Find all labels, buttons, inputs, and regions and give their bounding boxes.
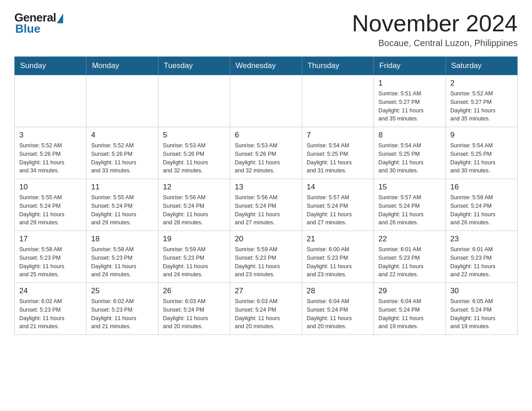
calendar-cell: 26Sunrise: 6:03 AMSunset: 5:24 PMDayligh…: [158, 283, 230, 335]
calendar-cell: 23Sunrise: 6:01 AMSunset: 5:23 PMDayligh…: [446, 231, 517, 283]
day-number: 1: [378, 79, 441, 88]
header-row: Sunday Monday Tuesday Wednesday Thursday…: [15, 57, 518, 75]
header-tuesday: Tuesday: [158, 57, 230, 75]
day-number: 2: [450, 79, 513, 88]
day-info: Sunrise: 5:54 AMSunset: 5:25 PMDaylight:…: [307, 141, 369, 175]
day-info: Sunrise: 5:55 AMSunset: 5:24 PMDaylight:…: [19, 193, 82, 227]
calendar-cell: 1Sunrise: 5:51 AMSunset: 5:27 PMDaylight…: [374, 75, 446, 127]
day-info: Sunrise: 5:54 AMSunset: 5:25 PMDaylight:…: [450, 141, 513, 175]
calendar-cell: 11Sunrise: 5:55 AMSunset: 5:24 PMDayligh…: [86, 179, 158, 231]
calendar-cell: 16Sunrise: 5:58 AMSunset: 5:24 PMDayligh…: [446, 179, 517, 231]
calendar-cell: 22Sunrise: 6:01 AMSunset: 5:23 PMDayligh…: [374, 231, 446, 283]
day-info: Sunrise: 5:53 AMSunset: 5:26 PMDaylight:…: [235, 141, 297, 175]
calendar-cell: [15, 75, 86, 127]
day-number: 15: [378, 183, 441, 192]
calendar-cell: 24Sunrise: 6:02 AMSunset: 5:23 PMDayligh…: [15, 283, 86, 335]
calendar-cell: 9Sunrise: 5:54 AMSunset: 5:25 PMDaylight…: [446, 127, 517, 179]
location-subtitle: Bocaue, Central Luzon, Philippines: [352, 38, 518, 48]
week-row-1: 1Sunrise: 5:51 AMSunset: 5:27 PMDaylight…: [15, 75, 518, 127]
day-number: 8: [378, 131, 441, 140]
calendar-cell: 10Sunrise: 5:55 AMSunset: 5:24 PMDayligh…: [15, 179, 86, 231]
day-info: Sunrise: 6:01 AMSunset: 5:23 PMDaylight:…: [378, 245, 441, 279]
day-info: Sunrise: 6:05 AMSunset: 5:24 PMDaylight:…: [450, 297, 513, 331]
page-header: General Blue November 2024 Bocaue, Centr…: [14, 11, 518, 48]
day-number: 9: [450, 131, 513, 140]
day-number: 3: [19, 131, 82, 140]
day-info: Sunrise: 5:59 AMSunset: 5:23 PMDaylight:…: [235, 245, 297, 279]
calendar-cell: 18Sunrise: 5:58 AMSunset: 5:23 PMDayligh…: [86, 231, 158, 283]
day-info: Sunrise: 6:01 AMSunset: 5:23 PMDaylight:…: [450, 245, 513, 279]
day-info: Sunrise: 5:52 AMSunset: 5:26 PMDaylight:…: [19, 141, 82, 175]
calendar-cell: 8Sunrise: 5:54 AMSunset: 5:25 PMDaylight…: [374, 127, 446, 179]
calendar-cell: [302, 75, 373, 127]
day-info: Sunrise: 6:04 AMSunset: 5:24 PMDaylight:…: [378, 297, 441, 331]
logo-triangle-icon: [57, 13, 63, 23]
day-info: Sunrise: 6:02 AMSunset: 5:23 PMDaylight:…: [19, 297, 82, 331]
calendar-cell: 20Sunrise: 5:59 AMSunset: 5:23 PMDayligh…: [230, 231, 302, 283]
day-number: 5: [163, 131, 225, 140]
calendar-cell: 30Sunrise: 6:05 AMSunset: 5:24 PMDayligh…: [446, 283, 517, 335]
day-info: Sunrise: 6:03 AMSunset: 5:24 PMDaylight:…: [163, 297, 225, 331]
day-number: 28: [307, 287, 369, 295]
day-info: Sunrise: 5:52 AMSunset: 5:26 PMDaylight:…: [91, 141, 153, 175]
day-number: 24: [19, 287, 82, 295]
title-section: November 2024 Bocaue, Central Luzon, Phi…: [352, 11, 518, 48]
day-number: 16: [450, 183, 513, 192]
calendar-body: 1Sunrise: 5:51 AMSunset: 5:27 PMDaylight…: [15, 75, 518, 335]
logo-blue-text: Blue: [15, 22, 40, 36]
day-info: Sunrise: 5:58 AMSunset: 5:23 PMDaylight:…: [91, 245, 153, 279]
day-number: 29: [378, 287, 441, 295]
day-number: 21: [307, 235, 369, 244]
logo: General Blue: [14, 11, 63, 36]
calendar-cell: 21Sunrise: 6:00 AMSunset: 5:23 PMDayligh…: [302, 231, 373, 283]
calendar-cell: 3Sunrise: 5:52 AMSunset: 5:26 PMDaylight…: [15, 127, 86, 179]
calendar-cell: 17Sunrise: 5:58 AMSunset: 5:23 PMDayligh…: [15, 231, 86, 283]
day-info: Sunrise: 5:52 AMSunset: 5:27 PMDaylight:…: [450, 90, 513, 123]
calendar-cell: 19Sunrise: 5:59 AMSunset: 5:23 PMDayligh…: [158, 231, 230, 283]
day-info: Sunrise: 5:51 AMSunset: 5:27 PMDaylight:…: [378, 90, 441, 123]
header-saturday: Saturday: [446, 57, 517, 75]
day-number: 27: [235, 287, 297, 295]
day-number: 7: [307, 131, 369, 140]
day-info: Sunrise: 5:59 AMSunset: 5:23 PMDaylight:…: [163, 245, 225, 279]
calendar-cell: 28Sunrise: 6:04 AMSunset: 5:24 PMDayligh…: [302, 283, 373, 335]
header-monday: Monday: [86, 57, 158, 75]
week-row-3: 10Sunrise: 5:55 AMSunset: 5:24 PMDayligh…: [15, 179, 518, 231]
day-info: Sunrise: 5:58 AMSunset: 5:23 PMDaylight:…: [19, 245, 82, 279]
header-thursday: Thursday: [302, 57, 373, 75]
calendar-cell: 15Sunrise: 5:57 AMSunset: 5:24 PMDayligh…: [374, 179, 446, 231]
calendar-cell: 6Sunrise: 5:53 AMSunset: 5:26 PMDaylight…: [230, 127, 302, 179]
day-number: 23: [450, 235, 513, 244]
calendar-table: Sunday Monday Tuesday Wednesday Thursday…: [14, 56, 518, 335]
header-friday: Friday: [374, 57, 446, 75]
day-info: Sunrise: 5:57 AMSunset: 5:24 PMDaylight:…: [307, 193, 369, 227]
day-number: 6: [235, 131, 297, 140]
day-info: Sunrise: 5:54 AMSunset: 5:25 PMDaylight:…: [378, 141, 441, 175]
day-info: Sunrise: 6:00 AMSunset: 5:23 PMDaylight:…: [307, 245, 369, 279]
day-number: 14: [307, 183, 369, 192]
calendar-header: Sunday Monday Tuesday Wednesday Thursday…: [15, 57, 518, 75]
day-number: 19: [163, 235, 225, 244]
calendar-cell: [230, 75, 302, 127]
calendar-cell: 27Sunrise: 6:03 AMSunset: 5:24 PMDayligh…: [230, 283, 302, 335]
month-title: November 2024: [352, 11, 518, 36]
calendar-cell: [158, 75, 230, 127]
day-number: 20: [235, 235, 297, 244]
day-number: 17: [19, 235, 82, 244]
day-info: Sunrise: 6:04 AMSunset: 5:24 PMDaylight:…: [307, 297, 369, 331]
calendar-cell: 4Sunrise: 5:52 AMSunset: 5:26 PMDaylight…: [86, 127, 158, 179]
day-number: 12: [163, 183, 225, 192]
calendar-cell: 14Sunrise: 5:57 AMSunset: 5:24 PMDayligh…: [302, 179, 373, 231]
day-number: 10: [19, 183, 82, 192]
day-info: Sunrise: 5:56 AMSunset: 5:24 PMDaylight:…: [235, 193, 297, 227]
day-info: Sunrise: 5:56 AMSunset: 5:24 PMDaylight:…: [163, 193, 225, 227]
calendar-cell: [86, 75, 158, 127]
day-number: 11: [91, 183, 153, 192]
calendar-cell: 25Sunrise: 6:02 AMSunset: 5:23 PMDayligh…: [86, 283, 158, 335]
header-wednesday: Wednesday: [230, 57, 302, 75]
calendar-cell: 5Sunrise: 5:53 AMSunset: 5:26 PMDaylight…: [158, 127, 230, 179]
day-info: Sunrise: 5:58 AMSunset: 5:24 PMDaylight:…: [450, 193, 513, 227]
day-info: Sunrise: 5:55 AMSunset: 5:24 PMDaylight:…: [91, 193, 153, 227]
week-row-4: 17Sunrise: 5:58 AMSunset: 5:23 PMDayligh…: [15, 231, 518, 283]
week-row-5: 24Sunrise: 6:02 AMSunset: 5:23 PMDayligh…: [15, 283, 518, 335]
